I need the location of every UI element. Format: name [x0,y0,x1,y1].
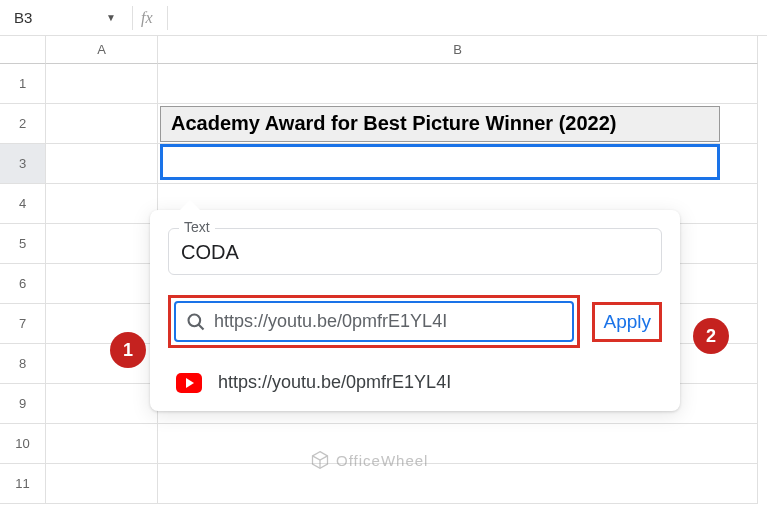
name-box[interactable]: B3 ▼ [4,9,124,26]
search-icon [186,312,206,332]
row-header[interactable]: 9 [0,384,46,424]
link-input-highlight [168,295,580,348]
row-header[interactable]: 7 [0,304,46,344]
row-header[interactable]: 11 [0,464,46,504]
svg-line-1 [199,324,204,329]
col-header-a[interactable]: A [46,36,158,64]
row-header[interactable]: 4 [0,184,46,224]
row-header[interactable]: 6 [0,264,46,304]
select-all-corner[interactable] [0,36,46,64]
watermark: OfficeWheel [310,450,428,470]
fx-label: fx [141,9,153,27]
name-box-value: B3 [14,9,32,26]
row-header[interactable]: 10 [0,424,46,464]
divider [167,6,168,30]
youtube-icon [176,373,202,393]
text-field-group[interactable]: Text CODA [168,228,662,275]
link-url-input[interactable] [214,311,562,332]
row-header[interactable]: 5 [0,224,46,264]
cell-b2[interactable]: Academy Award for Best Picture Winner (2… [160,106,720,142]
row-header[interactable]: 1 [0,64,46,104]
insert-link-popup: Text CODA Apply https://youtu.be/0pmfrE1… [150,210,680,411]
row-headers: 1 2 3 4 5 6 7 8 9 10 11 [0,64,46,504]
formula-input[interactable] [176,9,763,26]
svg-point-0 [189,314,201,326]
formula-bar-row: B3 ▼ fx [0,0,767,36]
col-header-b[interactable]: B [158,36,758,64]
link-suggestion[interactable]: https://youtu.be/0pmfrE1YL4I [168,368,662,397]
suggestion-text: https://youtu.be/0pmfrE1YL4I [218,372,451,393]
annotation-callout-1: 1 [110,332,146,368]
watermark-text: OfficeWheel [336,452,428,469]
caret-down-icon: ▼ [106,12,116,23]
apply-button[interactable]: Apply [603,311,651,332]
row-header[interactable]: 2 [0,104,46,144]
apply-highlight: Apply [592,302,662,342]
text-label: Text [179,219,215,235]
text-value: CODA [181,241,649,264]
divider [132,6,133,30]
annotation-callout-2: 2 [693,318,729,354]
cell-b3-selected[interactable] [160,144,720,180]
row-header[interactable]: 3 [0,144,46,184]
link-row: Apply [168,295,662,348]
watermark-icon [310,450,330,470]
column-header-row: A B [0,36,767,64]
row-header[interactable]: 8 [0,344,46,384]
link-input[interactable] [174,301,574,342]
